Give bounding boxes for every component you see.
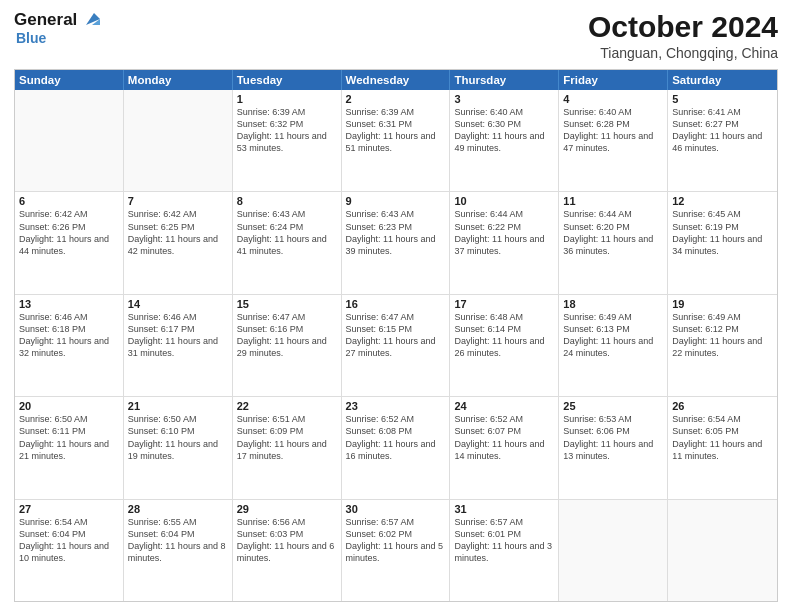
calendar-cell: 14Sunrise: 6:46 AMSunset: 6:17 PMDayligh… [124, 295, 233, 396]
day-info: Sunrise: 6:52 AMSunset: 6:07 PMDaylight:… [454, 413, 554, 462]
daylight: Daylight: 11 hours and 6 minutes. [237, 541, 335, 563]
calendar-body: 1Sunrise: 6:39 AMSunset: 6:32 PMDaylight… [15, 90, 777, 601]
calendar-cell: 18Sunrise: 6:49 AMSunset: 6:13 PMDayligh… [559, 295, 668, 396]
day-number: 21 [128, 400, 228, 412]
weekday-header-tuesday: Tuesday [233, 70, 342, 90]
day-info: Sunrise: 6:57 AMSunset: 6:01 PMDaylight:… [454, 516, 554, 565]
sunrise: Sunrise: 6:47 AM [237, 312, 306, 322]
day-info: Sunrise: 6:47 AMSunset: 6:15 PMDaylight:… [346, 311, 446, 360]
day-number: 14 [128, 298, 228, 310]
day-number: 20 [19, 400, 119, 412]
daylight: Daylight: 11 hours and 11 minutes. [672, 439, 762, 461]
calendar-cell: 31Sunrise: 6:57 AMSunset: 6:01 PMDayligh… [450, 500, 559, 601]
day-number: 29 [237, 503, 337, 515]
day-number: 8 [237, 195, 337, 207]
day-number: 28 [128, 503, 228, 515]
calendar-row-1: 6Sunrise: 6:42 AMSunset: 6:26 PMDaylight… [15, 191, 777, 293]
sunset: Sunset: 6:05 PM [672, 426, 739, 436]
calendar-cell: 24Sunrise: 6:52 AMSunset: 6:07 PMDayligh… [450, 397, 559, 498]
calendar: SundayMondayTuesdayWednesdayThursdayFrid… [14, 69, 778, 602]
sunset: Sunset: 6:04 PM [19, 529, 86, 539]
daylight: Daylight: 11 hours and 42 minutes. [128, 234, 218, 256]
header: General Blue October 2024 Tianguan, Chon… [14, 10, 778, 61]
calendar-cell: 16Sunrise: 6:47 AMSunset: 6:15 PMDayligh… [342, 295, 451, 396]
sunrise: Sunrise: 6:57 AM [346, 517, 415, 527]
sunset: Sunset: 6:14 PM [454, 324, 521, 334]
sunset: Sunset: 6:07 PM [454, 426, 521, 436]
day-info: Sunrise: 6:44 AMSunset: 6:20 PMDaylight:… [563, 208, 663, 257]
sunrise: Sunrise: 6:54 AM [19, 517, 88, 527]
day-info: Sunrise: 6:44 AMSunset: 6:22 PMDaylight:… [454, 208, 554, 257]
calendar-cell: 13Sunrise: 6:46 AMSunset: 6:18 PMDayligh… [15, 295, 124, 396]
day-info: Sunrise: 6:43 AMSunset: 6:23 PMDaylight:… [346, 208, 446, 257]
day-info: Sunrise: 6:42 AMSunset: 6:25 PMDaylight:… [128, 208, 228, 257]
day-info: Sunrise: 6:49 AMSunset: 6:12 PMDaylight:… [672, 311, 773, 360]
calendar-cell: 23Sunrise: 6:52 AMSunset: 6:08 PMDayligh… [342, 397, 451, 498]
daylight: Daylight: 11 hours and 34 minutes. [672, 234, 762, 256]
sunset: Sunset: 6:23 PM [346, 222, 413, 232]
daylight: Daylight: 11 hours and 13 minutes. [563, 439, 653, 461]
calendar-cell: 22Sunrise: 6:51 AMSunset: 6:09 PMDayligh… [233, 397, 342, 498]
logo: General Blue [14, 10, 101, 46]
sunrise: Sunrise: 6:47 AM [346, 312, 415, 322]
day-info: Sunrise: 6:39 AMSunset: 6:32 PMDaylight:… [237, 106, 337, 155]
day-info: Sunrise: 6:43 AMSunset: 6:24 PMDaylight:… [237, 208, 337, 257]
sunrise: Sunrise: 6:43 AM [237, 209, 306, 219]
calendar-cell: 17Sunrise: 6:48 AMSunset: 6:14 PMDayligh… [450, 295, 559, 396]
day-info: Sunrise: 6:40 AMSunset: 6:28 PMDaylight:… [563, 106, 663, 155]
daylight: Daylight: 11 hours and 51 minutes. [346, 131, 436, 153]
calendar-cell: 3Sunrise: 6:40 AMSunset: 6:30 PMDaylight… [450, 90, 559, 191]
day-info: Sunrise: 6:41 AMSunset: 6:27 PMDaylight:… [672, 106, 773, 155]
daylight: Daylight: 11 hours and 14 minutes. [454, 439, 544, 461]
logo-general: General [14, 10, 77, 30]
calendar-cell: 5Sunrise: 6:41 AMSunset: 6:27 PMDaylight… [668, 90, 777, 191]
daylight: Daylight: 11 hours and 32 minutes. [19, 336, 109, 358]
sunrise: Sunrise: 6:52 AM [346, 414, 415, 424]
day-info: Sunrise: 6:55 AMSunset: 6:04 PMDaylight:… [128, 516, 228, 565]
sunset: Sunset: 6:08 PM [346, 426, 413, 436]
sunrise: Sunrise: 6:49 AM [672, 312, 741, 322]
weekday-header-saturday: Saturday [668, 70, 777, 90]
daylight: Daylight: 11 hours and 53 minutes. [237, 131, 327, 153]
calendar-cell: 10Sunrise: 6:44 AMSunset: 6:22 PMDayligh… [450, 192, 559, 293]
day-number: 27 [19, 503, 119, 515]
day-info: Sunrise: 6:40 AMSunset: 6:30 PMDaylight:… [454, 106, 554, 155]
day-number: 22 [237, 400, 337, 412]
sunset: Sunset: 6:20 PM [563, 222, 630, 232]
daylight: Daylight: 11 hours and 16 minutes. [346, 439, 436, 461]
sunset: Sunset: 6:16 PM [237, 324, 304, 334]
day-number: 13 [19, 298, 119, 310]
daylight: Daylight: 11 hours and 36 minutes. [563, 234, 653, 256]
sunset: Sunset: 6:02 PM [346, 529, 413, 539]
day-info: Sunrise: 6:52 AMSunset: 6:08 PMDaylight:… [346, 413, 446, 462]
day-info: Sunrise: 6:42 AMSunset: 6:26 PMDaylight:… [19, 208, 119, 257]
day-number: 15 [237, 298, 337, 310]
day-number: 31 [454, 503, 554, 515]
day-info: Sunrise: 6:39 AMSunset: 6:31 PMDaylight:… [346, 106, 446, 155]
daylight: Daylight: 11 hours and 44 minutes. [19, 234, 109, 256]
day-number: 5 [672, 93, 773, 105]
day-number: 7 [128, 195, 228, 207]
sunrise: Sunrise: 6:44 AM [454, 209, 523, 219]
sunset: Sunset: 6:13 PM [563, 324, 630, 334]
daylight: Daylight: 11 hours and 46 minutes. [672, 131, 762, 153]
sunset: Sunset: 6:22 PM [454, 222, 521, 232]
logo-blue: Blue [16, 30, 46, 46]
main-title: October 2024 [588, 10, 778, 43]
sunrise: Sunrise: 6:48 AM [454, 312, 523, 322]
page: General Blue October 2024 Tianguan, Chon… [0, 0, 792, 612]
calendar-row-3: 20Sunrise: 6:50 AMSunset: 6:11 PMDayligh… [15, 396, 777, 498]
sunset: Sunset: 6:06 PM [563, 426, 630, 436]
weekday-header-monday: Monday [124, 70, 233, 90]
sunset: Sunset: 6:03 PM [237, 529, 304, 539]
sunset: Sunset: 6:30 PM [454, 119, 521, 129]
day-number: 6 [19, 195, 119, 207]
daylight: Daylight: 11 hours and 3 minutes. [454, 541, 552, 563]
calendar-cell: 6Sunrise: 6:42 AMSunset: 6:26 PMDaylight… [15, 192, 124, 293]
daylight: Daylight: 11 hours and 22 minutes. [672, 336, 762, 358]
calendar-cell [124, 90, 233, 191]
sunrise: Sunrise: 6:49 AM [563, 312, 632, 322]
calendar-cell: 15Sunrise: 6:47 AMSunset: 6:16 PMDayligh… [233, 295, 342, 396]
sunrise: Sunrise: 6:52 AM [454, 414, 523, 424]
sunset: Sunset: 6:24 PM [237, 222, 304, 232]
